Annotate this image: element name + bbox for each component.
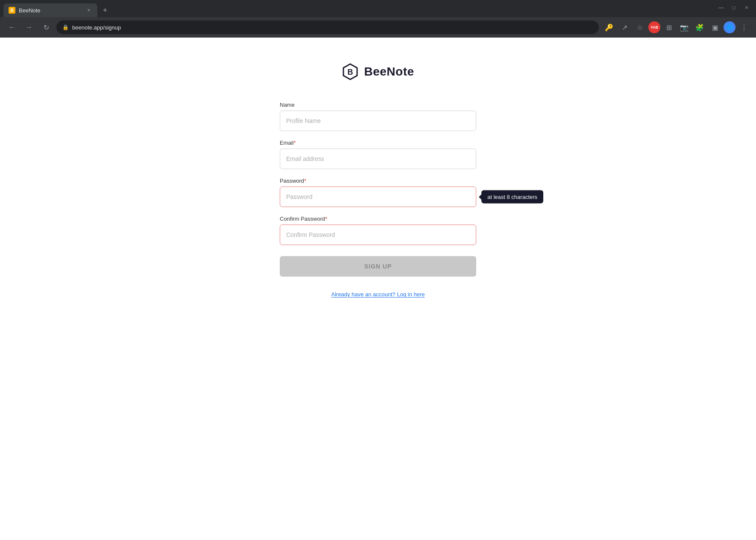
address-text: beenote.app/signup [72, 24, 121, 31]
maximize-button[interactable]: □ [728, 2, 740, 14]
menu-button[interactable]: ⋮ [737, 20, 751, 34]
share-icon[interactable]: ↗ [618, 20, 631, 34]
browser-titlebar: B BeeNote × + — □ × [0, 0, 756, 17]
refresh-button[interactable]: ↻ [39, 20, 53, 34]
logo-text: BeeNote [364, 65, 414, 79]
window-controls: — □ × [715, 2, 753, 17]
yab-extension-icon[interactable]: YAB [648, 21, 660, 33]
signup-button[interactable]: SIGN UP [280, 256, 476, 277]
email-required-star: * [294, 140, 296, 146]
login-link-area: Already have an account? Log in here [280, 290, 476, 298]
password-wrapper: at least 8 characters [280, 187, 476, 207]
svg-text:B: B [348, 68, 353, 76]
minimize-button[interactable]: — [715, 2, 727, 14]
email-label: Email* [280, 140, 476, 146]
email-field-group: Email* [280, 140, 476, 169]
tab-favicon-icon: B [9, 7, 15, 14]
login-link[interactable]: Already have an account? Log in here [331, 291, 425, 298]
bookmark-icon[interactable]: ☆ [633, 20, 647, 34]
password-required-star: * [304, 178, 306, 184]
tab-title: BeeNote [19, 7, 82, 14]
lock-icon: 🔒 [62, 24, 69, 30]
extensions-grid-icon[interactable]: ⊞ [662, 20, 676, 34]
name-input[interactable] [280, 111, 476, 131]
forward-button[interactable]: → [22, 20, 36, 34]
confirm-password-input[interactable] [280, 225, 476, 245]
sidebar-toggle-icon[interactable]: ▣ [708, 20, 722, 34]
camera-icon[interactable]: 📷 [677, 20, 691, 34]
password-tooltip: at least 8 characters [481, 190, 543, 204]
password-label: Password* [280, 178, 476, 184]
toolbar-actions: 🔑 ↗ ☆ YAB ⊞ 📷 🧩 ▣ 🌐 ⋮ [602, 20, 751, 34]
tab-close-button[interactable]: × [85, 7, 92, 14]
browser-window: B BeeNote × + — □ × ← → ↻ 🔒 beenote.app/… [0, 0, 756, 540]
key-icon[interactable]: 🔑 [602, 20, 616, 34]
logo-area: B BeeNote [342, 63, 414, 80]
puzzle-icon[interactable]: 🧩 [693, 20, 706, 34]
signup-form: Name Email* Password* [280, 102, 476, 298]
beenote-logo-icon: B [342, 63, 359, 80]
confirm-required-star: * [325, 216, 327, 222]
email-input[interactable] [280, 149, 476, 169]
profile-avatar-icon[interactable]: 🌐 [724, 21, 735, 33]
browser-tab[interactable]: B BeeNote × [3, 3, 97, 17]
browser-toolbar: ← → ↻ 🔒 beenote.app/signup 🔑 ↗ ☆ YAB ⊞ 📷… [0, 17, 756, 38]
password-input[interactable] [280, 187, 476, 207]
signup-container: B BeeNote Name Email* [271, 38, 485, 324]
confirm-password-label: Confirm Password* [280, 216, 476, 222]
page-content: B BeeNote Name Email* [0, 38, 756, 540]
back-button[interactable]: ← [5, 20, 19, 34]
password-field-group: Password* at least 8 characters [280, 178, 476, 207]
address-bar[interactable]: 🔒 beenote.app/signup [56, 20, 599, 34]
name-field-group: Name [280, 102, 476, 131]
close-window-button[interactable]: × [741, 2, 753, 14]
new-tab-button[interactable]: + [99, 4, 111, 16]
confirm-password-field-group: Confirm Password* [280, 216, 476, 245]
name-label: Name [280, 102, 476, 108]
